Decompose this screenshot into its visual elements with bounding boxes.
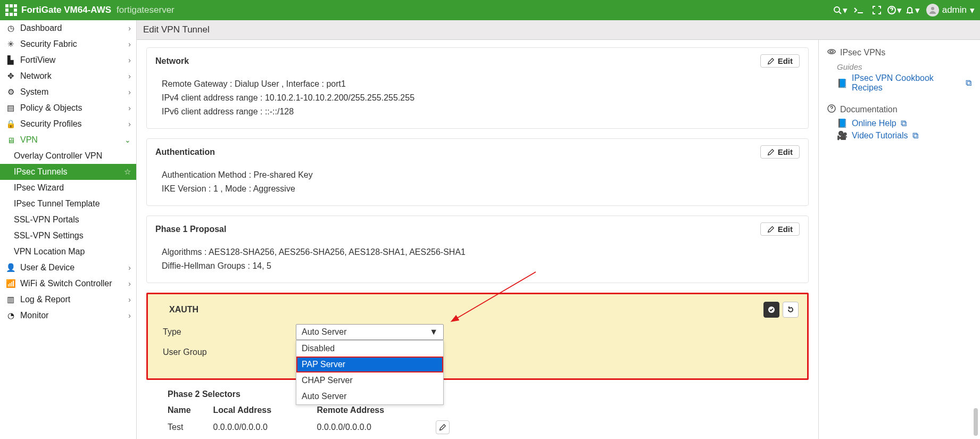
sidebar-item-dashboard[interactable]: ◷Dashboard› [0,20,136,36]
network-line: IPv6 client address range : ::-::/128 [162,107,800,117]
star-icon[interactable]: ☆ [124,167,131,177]
edit-authentication-button[interactable]: Edit [760,145,800,159]
cell-name: Test [168,418,213,436]
svg-point-14 [931,7,934,10]
link-cookbook[interactable]: 📘 IPsec VPN Cookbook Recipes ⧉ [837,73,971,93]
phase1-line: Algorithms : AES128-SHA256, AES256-SHA25… [162,247,800,257]
svg-rect-2 [14,4,17,7]
xauth-type-option-chap[interactable]: CHAP Server [296,372,443,388]
edit-row-button[interactable] [436,420,450,434]
sidebar-item-user-device[interactable]: 👤User & Device› [0,260,136,276]
scrollbar[interactable] [974,40,978,439]
col-name: Name [168,403,213,418]
svg-point-8 [834,7,840,12]
product-logo [5,4,17,16]
chart-icon: ▙ [5,55,16,65]
network-panel-title: Network [155,56,760,66]
sidebar-item-security-profiles[interactable]: 🔒Security Profiles› [0,116,136,132]
cell-local: 0.0.0.0/0.0.0.0 [213,418,317,436]
auth-line: IKE Version : 1 , Mode : Aggressive [162,184,800,194]
fabric-icon: ✳ [5,39,16,49]
xauth-type-option-auto[interactable]: Auto Server [296,388,443,404]
external-link-icon: ⧉ [912,131,918,140]
user-menu[interactable]: admin ▾ [926,4,975,16]
table-header-row: Name Local Address Remote Address [168,403,466,418]
policy-icon: ▤ [5,103,16,113]
chevron-right-icon: › [128,104,131,112]
chevron-right-icon: › [128,263,131,272]
sidebar-item-ssl-vpn-settings[interactable]: SSL-VPN Settings [0,228,136,244]
caret-down-icon: ▼ [429,327,438,337]
laptop-icon: 🖥 [5,136,16,145]
help-icon[interactable]: ▾ [888,5,902,16]
sidebar-item-ipsec-tunnels[interactable]: IPsec Tunnels☆ [0,164,136,180]
book-icon: 📘 [837,78,848,88]
chevron-right-icon: › [128,120,131,128]
svg-point-18 [830,51,833,53]
svg-point-20 [831,110,832,111]
edit-network-button[interactable]: Edit [760,54,800,68]
svg-rect-4 [14,9,17,12]
svg-rect-3 [5,9,9,12]
chevron-right-icon: › [128,40,131,48]
chevron-right-icon: › [128,295,131,304]
col-local: Local Address [213,403,317,418]
chevron-right-icon: › [128,88,131,96]
top-bar: FortiGate VM64-AWS fortigateserver ▾ ▾ ▾… [0,0,980,20]
cli-icon[interactable] [852,6,866,14]
network-line: Remote Gateway : Dialup User , Interface… [162,79,800,89]
chevron-right-icon: › [128,56,131,64]
sidebar-item-overlay-controller-vpn[interactable]: Overlay Controller VPN [0,148,136,164]
sidebar-item-vpn-location-map[interactable]: VPN Location Map [0,244,136,260]
ipsec-vpns-heading: IPsec VPNs [827,47,971,58]
svg-point-17 [828,49,835,54]
sidebar-item-system[interactable]: ⚙System› [0,84,136,100]
search-icon[interactable]: ▾ [834,5,848,16]
sidebar: ◷Dashboard› ✳Security Fabric› ▙FortiView… [0,20,137,439]
external-link-icon: ⧉ [966,78,971,88]
xauth-type-option-pap[interactable]: PAP Server [296,357,443,372]
fullscreen-icon[interactable] [870,6,884,14]
sidebar-item-policy-objects[interactable]: ▤Policy & Objects› [0,100,136,116]
sidebar-item-monitor[interactable]: ◔Monitor› [0,308,136,324]
xauth-type-option-disabled[interactable]: Disabled [296,341,443,357]
svg-rect-1 [10,4,13,7]
sidebar-item-ipsec-wizard[interactable]: IPsec Wizard [0,180,136,196]
avatar-icon [926,4,939,16]
video-icon: 🎥 [837,130,848,140]
notifications-icon[interactable]: ▾ [906,5,920,16]
sidebar-item-network[interactable]: ✥Network› [0,68,136,84]
link-online-help[interactable]: 📘 Online Help ⧉ [837,118,971,128]
svg-point-12 [892,12,892,12]
phase2-title: Phase 2 Selectors [168,390,800,399]
sidebar-item-ipsec-tunnel-template[interactable]: IPsec Tunnel Template [0,196,136,212]
phase1-panel-title: Phase 1 Proposal [155,225,760,234]
phase1-line: Diffie-Hellman Groups : 14, 5 [162,261,800,271]
tunnel-icon [827,47,836,58]
svg-rect-7 [14,13,17,16]
svg-rect-0 [5,4,9,7]
sidebar-item-ssl-vpn-portals[interactable]: SSL-VPN Portals [0,212,136,228]
sidebar-item-fortiview[interactable]: ▙FortiView› [0,52,136,68]
xauth-apply-button[interactable] [763,302,779,318]
product-name: FortiGate VM64-AWS [21,5,111,15]
user-name: admin [942,5,967,15]
sidebar-item-security-fabric[interactable]: ✳Security Fabric› [0,36,136,52]
xauth-revert-button[interactable] [783,302,799,318]
sidebar-item-wifi-switch[interactable]: 📶WiFi & Switch Controller› [0,276,136,292]
documentation-heading: Documentation [827,104,971,115]
phase2-panel: Phase 2 Selectors Name Local Address Rem… [146,390,809,436]
chevron-right-icon: › [128,72,131,80]
fortinet-logo-icon [5,4,17,16]
xauth-usergroup-label: User Group [163,344,296,357]
svg-rect-6 [10,13,13,16]
sidebar-item-vpn[interactable]: 🖥VPN⌄ [0,132,136,148]
hostname: fortigateserver [117,5,175,15]
link-video-tutorials[interactable]: 🎥 Video Tutorials ⧉ [837,130,971,140]
edit-phase1-button[interactable]: Edit [760,222,800,236]
sidebar-item-log-report[interactable]: ▥Log & Report› [0,292,136,308]
xauth-type-select[interactable]: Auto Server ▼ [296,324,444,340]
right-panel: IPsec VPNs Guides 📘 IPsec VPN Cookbook R… [818,40,980,439]
bars-icon: ▥ [5,295,16,304]
move-icon: ✥ [5,71,16,81]
